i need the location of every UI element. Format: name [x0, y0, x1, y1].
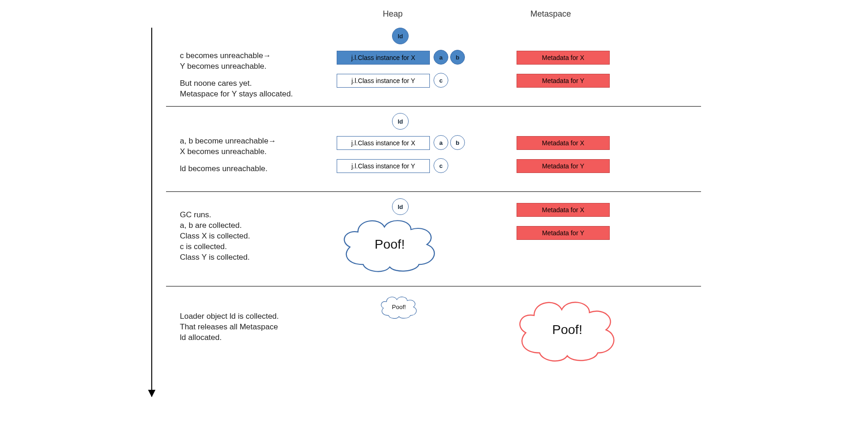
stage1-desc2: But noone cares yet. Metaspace for Y sta…	[180, 78, 293, 100]
b-circle-s1: b	[450, 50, 465, 65]
ld-circle-s1: ld	[392, 28, 409, 44]
stage2-desc1: a, b become unreachable→ X becomes unrea…	[180, 136, 276, 157]
stage1-desc1: c becomes unreachable→ Y becomes unreach…	[180, 51, 271, 72]
class-y-box-s2: j.l.Class instance for Y	[337, 159, 430, 173]
a-circle-s1: a	[434, 50, 448, 65]
b-circle-s2: b	[450, 135, 465, 150]
class-y-box-s1: j.l.Class instance for Y	[337, 74, 430, 88]
ld-circle-s2: ld	[392, 113, 409, 130]
poof-cloud-heap: Poof!	[337, 214, 443, 274]
divider-1	[166, 106, 701, 107]
poof-cloud-metaspace: Poof!	[512, 295, 623, 364]
divider-2	[166, 191, 701, 192]
stage3-desc: GC runs. a, b are collected. Class X is …	[180, 210, 250, 263]
a-circle-s2: a	[434, 135, 448, 150]
ld-circle-s3: ld	[392, 198, 409, 215]
stage2-desc2: ld becomes unreachable.	[180, 164, 268, 174]
diagram-frame: Heap Metaspace c becomes unreachable→ Y …	[148, 18, 701, 411]
header-metaspace: Metaspace	[530, 9, 571, 19]
class-x-box-s2: j.l.Class instance for X	[337, 136, 430, 150]
stage-1: c becomes unreachable→ Y becomes unreach…	[166, 28, 701, 104]
poof-cloud-ld: Poof!	[378, 294, 420, 320]
meta-y-s2: Metadata for Y	[517, 159, 610, 173]
divider-3	[166, 286, 701, 286]
meta-y-s1: Metadata for Y	[517, 74, 610, 88]
stage4-desc: Loader object ld is collected. That rele…	[180, 311, 279, 343]
meta-x-s3: Metadata for X	[517, 203, 610, 217]
class-x-box-s1: j.l.Class instance for X	[337, 51, 430, 65]
timeline-arrow	[151, 28, 152, 397]
meta-y-s3: Metadata for Y	[517, 226, 610, 240]
meta-x-s1: Metadata for X	[517, 51, 610, 65]
header-heap: Heap	[383, 9, 403, 19]
stage-4: Loader object ld is collected. That rele…	[166, 291, 701, 383]
stage-2: a, b become unreachable→ X becomes unrea…	[166, 111, 701, 187]
c-circle-s2: c	[434, 158, 448, 173]
stage-3: GC runs. a, b are collected. Class X is …	[166, 196, 701, 284]
meta-x-s2: Metadata for X	[517, 136, 610, 150]
c-circle-s1: c	[434, 73, 448, 88]
